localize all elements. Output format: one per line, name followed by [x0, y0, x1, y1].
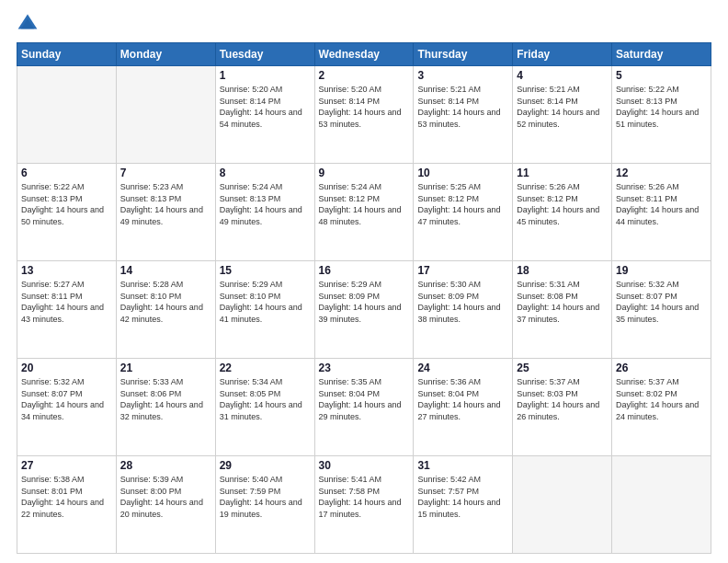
calendar-day-header: Monday — [116, 43, 215, 66]
day-number: 30 — [319, 459, 410, 472]
calendar-day-header: Wednesday — [314, 43, 414, 66]
day-info: Sunrise: 5:28 AM Sunset: 8:10 PM Dayligh… — [120, 279, 211, 325]
calendar-cell: 11Sunrise: 5:26 AM Sunset: 8:12 PM Dayli… — [513, 164, 612, 261]
day-number: 20 — [21, 362, 112, 374]
calendar-cell: 18Sunrise: 5:31 AM Sunset: 8:08 PM Dayli… — [513, 261, 612, 359]
calendar-cell: 19Sunrise: 5:32 AM Sunset: 8:07 PM Dayli… — [612, 261, 711, 359]
calendar-week-row: 20Sunrise: 5:32 AM Sunset: 8:07 PM Dayli… — [17, 359, 711, 456]
calendar-cell: 13Sunrise: 5:27 AM Sunset: 8:11 PM Dayli… — [17, 261, 117, 359]
day-info: Sunrise: 5:37 AM Sunset: 8:03 PM Dayligh… — [517, 376, 608, 422]
day-number: 5 — [616, 69, 707, 82]
calendar-cell: 1Sunrise: 5:20 AM Sunset: 8:14 PM Daylig… — [215, 66, 314, 164]
calendar-cell: 17Sunrise: 5:30 AM Sunset: 8:09 PM Dayli… — [414, 261, 513, 359]
day-info: Sunrise: 5:26 AM Sunset: 8:12 PM Dayligh… — [517, 181, 608, 227]
day-info: Sunrise: 5:25 AM Sunset: 8:12 PM Dayligh… — [417, 181, 508, 227]
day-number: 28 — [120, 459, 211, 472]
day-info: Sunrise: 5:22 AM Sunset: 8:13 PM Dayligh… — [21, 181, 112, 227]
day-info: Sunrise: 5:34 AM Sunset: 8:05 PM Dayligh… — [220, 376, 311, 422]
calendar-cell: 23Sunrise: 5:35 AM Sunset: 8:04 PM Dayli… — [314, 359, 414, 456]
calendar-cell: 20Sunrise: 5:32 AM Sunset: 8:07 PM Dayli… — [17, 359, 117, 456]
day-number: 22 — [220, 362, 311, 374]
calendar-cell: 9Sunrise: 5:24 AM Sunset: 8:12 PM Daylig… — [314, 164, 414, 261]
calendar-day-header: Thursday — [414, 43, 513, 66]
day-info: Sunrise: 5:35 AM Sunset: 8:04 PM Dayligh… — [319, 376, 410, 422]
day-info: Sunrise: 5:32 AM Sunset: 8:07 PM Dayligh… — [21, 376, 112, 422]
calendar-cell: 6Sunrise: 5:22 AM Sunset: 8:13 PM Daylig… — [17, 164, 117, 261]
day-number: 26 — [616, 362, 707, 374]
day-info: Sunrise: 5:29 AM Sunset: 8:09 PM Dayligh… — [319, 279, 410, 325]
calendar-week-row: 6Sunrise: 5:22 AM Sunset: 8:13 PM Daylig… — [17, 164, 711, 261]
calendar-cell: 27Sunrise: 5:38 AM Sunset: 8:01 PM Dayli… — [17, 456, 117, 554]
calendar-cell — [612, 456, 711, 554]
day-number: 19 — [616, 264, 707, 277]
calendar-cell — [17, 66, 117, 164]
day-number: 16 — [319, 264, 410, 277]
calendar-cell: 12Sunrise: 5:26 AM Sunset: 8:11 PM Dayli… — [612, 164, 711, 261]
day-info: Sunrise: 5:32 AM Sunset: 8:07 PM Dayligh… — [616, 279, 707, 325]
calendar-cell: 3Sunrise: 5:21 AM Sunset: 8:14 PM Daylig… — [414, 66, 513, 164]
calendar-cell: 22Sunrise: 5:34 AM Sunset: 8:05 PM Dayli… — [215, 359, 314, 456]
logo — [17, 15, 42, 35]
day-number: 6 — [21, 167, 112, 179]
calendar-cell: 29Sunrise: 5:40 AM Sunset: 7:59 PM Dayli… — [215, 456, 314, 554]
calendar-cell: 8Sunrise: 5:24 AM Sunset: 8:13 PM Daylig… — [215, 164, 314, 261]
calendar-cell: 4Sunrise: 5:21 AM Sunset: 8:14 PM Daylig… — [513, 66, 612, 164]
day-number: 1 — [220, 69, 311, 82]
calendar-cell: 15Sunrise: 5:29 AM Sunset: 8:10 PM Dayli… — [215, 261, 314, 359]
day-info: Sunrise: 5:29 AM Sunset: 8:10 PM Dayligh… — [220, 279, 311, 325]
calendar-week-row: 13Sunrise: 5:27 AM Sunset: 8:11 PM Dayli… — [17, 261, 711, 359]
day-number: 31 — [417, 459, 508, 472]
day-number: 3 — [417, 69, 508, 82]
day-number: 25 — [517, 362, 608, 374]
day-number: 29 — [220, 459, 311, 472]
day-number: 17 — [417, 264, 508, 277]
day-info: Sunrise: 5:39 AM Sunset: 8:00 PM Dayligh… — [120, 474, 211, 520]
day-number: 21 — [120, 362, 211, 374]
day-number: 7 — [120, 167, 211, 179]
calendar-day-header: Saturday — [612, 43, 711, 66]
calendar-cell: 10Sunrise: 5:25 AM Sunset: 8:12 PM Dayli… — [414, 164, 513, 261]
day-number: 24 — [417, 362, 508, 374]
calendar-cell: 16Sunrise: 5:29 AM Sunset: 8:09 PM Dayli… — [314, 261, 414, 359]
calendar-week-row: 1Sunrise: 5:20 AM Sunset: 8:14 PM Daylig… — [17, 66, 711, 164]
calendar-cell: 21Sunrise: 5:33 AM Sunset: 8:06 PM Dayli… — [116, 359, 215, 456]
day-number: 18 — [517, 264, 608, 277]
calendar-cell: 28Sunrise: 5:39 AM Sunset: 8:00 PM Dayli… — [116, 456, 215, 554]
page-header — [17, 15, 711, 35]
day-info: Sunrise: 5:22 AM Sunset: 8:13 PM Dayligh… — [616, 84, 707, 130]
day-info: Sunrise: 5:21 AM Sunset: 8:14 PM Dayligh… — [417, 84, 508, 130]
day-number: 8 — [220, 167, 311, 179]
day-number: 10 — [417, 167, 508, 179]
day-number: 14 — [120, 264, 211, 277]
day-info: Sunrise: 5:23 AM Sunset: 8:13 PM Dayligh… — [120, 181, 211, 227]
day-info: Sunrise: 5:20 AM Sunset: 8:14 PM Dayligh… — [319, 84, 410, 130]
day-info: Sunrise: 5:41 AM Sunset: 7:58 PM Dayligh… — [319, 474, 410, 520]
day-number: 27 — [21, 459, 112, 472]
day-info: Sunrise: 5:40 AM Sunset: 7:59 PM Dayligh… — [220, 474, 311, 520]
day-info: Sunrise: 5:36 AM Sunset: 8:04 PM Dayligh… — [417, 376, 508, 422]
day-info: Sunrise: 5:42 AM Sunset: 7:57 PM Dayligh… — [417, 474, 508, 520]
day-info: Sunrise: 5:33 AM Sunset: 8:06 PM Dayligh… — [120, 376, 211, 422]
calendar-cell: 2Sunrise: 5:20 AM Sunset: 8:14 PM Daylig… — [314, 66, 414, 164]
calendar-day-header: Tuesday — [215, 43, 314, 66]
calendar-week-row: 27Sunrise: 5:38 AM Sunset: 8:01 PM Dayli… — [17, 456, 711, 554]
day-info: Sunrise: 5:31 AM Sunset: 8:08 PM Dayligh… — [517, 279, 608, 325]
calendar: SundayMondayTuesdayWednesdayThursdayFrid… — [17, 42, 711, 554]
day-number: 11 — [517, 167, 608, 179]
day-number: 9 — [319, 167, 410, 179]
day-info: Sunrise: 5:20 AM Sunset: 8:14 PM Dayligh… — [220, 84, 311, 130]
calendar-cell: 14Sunrise: 5:28 AM Sunset: 8:10 PM Dayli… — [116, 261, 215, 359]
day-number: 13 — [21, 264, 112, 277]
day-info: Sunrise: 5:38 AM Sunset: 8:01 PM Dayligh… — [21, 474, 112, 520]
logo-icon — [17, 13, 39, 35]
calendar-cell: 24Sunrise: 5:36 AM Sunset: 8:04 PM Dayli… — [414, 359, 513, 456]
day-number: 2 — [319, 69, 410, 82]
calendar-day-header: Friday — [513, 43, 612, 66]
day-number: 15 — [220, 264, 311, 277]
calendar-cell: 26Sunrise: 5:37 AM Sunset: 8:02 PM Dayli… — [612, 359, 711, 456]
calendar-cell: 31Sunrise: 5:42 AM Sunset: 7:57 PM Dayli… — [414, 456, 513, 554]
day-number: 12 — [616, 167, 707, 179]
day-number: 4 — [517, 69, 608, 82]
calendar-cell: 7Sunrise: 5:23 AM Sunset: 8:13 PM Daylig… — [116, 164, 215, 261]
day-info: Sunrise: 5:24 AM Sunset: 8:13 PM Dayligh… — [220, 181, 311, 227]
